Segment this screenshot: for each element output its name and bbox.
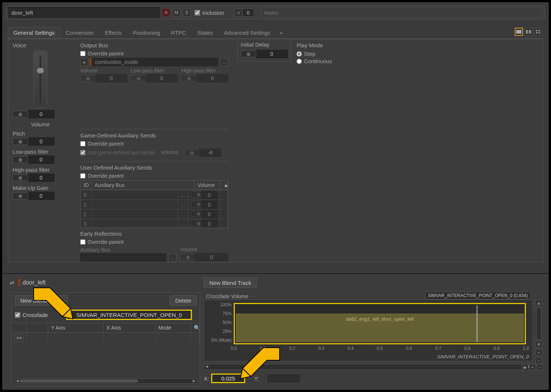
chart-zoom-out-h[interactable]: − [537,364,543,371]
output-bus-name[interactable]: combustion_inside [92,58,218,66]
chart-scroll-up-icon[interactable]: ▲ [535,300,542,306]
chart-xtick: 0.8 [464,346,471,351]
erefl-bus-more[interactable]: … [168,253,176,262]
general-settings-panel: Voice 0 Volume Pitch 0 Low-pass filter 0… [8,39,543,262]
share-count: 0 [242,8,254,17]
bus-picker-button[interactable]: ▸ [80,58,88,66]
play-mode-section: Play Mode Step Continuous [297,42,356,65]
crossfade-chart[interactable]: SIMVAR_INTERACTIVE_POINT_OPEN_0 (0.834) … [204,300,533,361]
lpf-slider[interactable] [13,156,28,163]
initdelay-title: Initial Delay [241,41,288,48]
output-bus-override[interactable]: Override parent [80,51,228,57]
chart-hscrollbar[interactable]: ◀▶ [204,364,533,370]
chart-vscrollbar[interactable] [536,308,541,340]
inclusion-label: Inclusion [202,10,224,16]
gdas-use[interactable]: Use game-defined aux sends [80,150,155,156]
crossfade-rtpc-field[interactable]: SIMVAR_INTERACTIVE_POINT_OPEN_0 [66,310,192,320]
gdas-vol-slider[interactable] [184,149,200,156]
tab-states[interactable]: States [192,27,219,38]
ob-vol-value[interactable]: 0 [95,74,127,82]
chart-plot-area[interactable]: da62_eng1_left_door_open_left [234,303,526,344]
initdelay-slider[interactable] [241,51,256,57]
expand-button[interactable]: >> [14,334,24,342]
gdas-vol-value[interactable]: -8 [199,149,222,157]
pitch-slider[interactable] [13,138,28,145]
voice-volume-value[interactable]: 0 [28,110,54,118]
mute-button[interactable]: M [172,8,180,17]
udas-row[interactable]: 0…0 [81,190,228,200]
playmode-continuous[interactable]: Continuous [297,58,356,64]
asset-name-field[interactable]: door_left [8,7,160,18]
crossfade-checkbox[interactable]: Crossfade [15,312,48,318]
chart-zoom-in-v[interactable]: + [535,349,542,356]
voice-volume-fader[interactable] [33,51,47,108]
tab-effects[interactable]: Effects [99,27,128,38]
early-reflections-section: Early Reflections Override parent Auxili… [80,227,228,262]
voice-volume-slider[interactable] [13,111,28,117]
tab-bar: General Settings Conversion Effects Posi… [8,27,543,39]
blend-hscrollbar[interactable]: ◀▶ [15,378,197,384]
erefl-bus-field[interactable] [80,253,166,262]
udas-title: User-Defined Auxiliary Sends [80,164,228,171]
initdelay-value[interactable]: 0 [256,50,288,58]
pitch-label: Pitch [13,130,68,137]
tab-general-settings[interactable]: General Settings [8,27,60,38]
bus-more-button[interactable]: … [220,58,228,66]
x-value-field[interactable]: 0.025 [211,374,245,383]
hpf-label: High-pass filter [13,167,68,173]
axis-table-row[interactable]: >> [12,333,200,343]
chart-cursor[interactable] [477,305,477,342]
tab-rtpc[interactable]: RTPC [166,27,192,38]
erefl-vol-value[interactable]: 0 [195,253,228,261]
playmode-step[interactable]: Step [297,51,356,57]
voice-section: Voice 0 Volume Pitch 0 Low-pass filter 0… [13,42,68,200]
ob-lpf-value[interactable]: 0 [146,74,178,82]
erefl-override[interactable]: Override parent [80,239,228,245]
lpf-value[interactable]: 0 [28,156,54,164]
bug-icon[interactable]: ✱ [162,8,170,17]
udas-row[interactable]: 2…0 [81,209,228,219]
hpf-value[interactable]: 0 [28,174,54,182]
hpf-slider[interactable] [13,174,28,181]
view-single-button[interactable] [515,28,523,36]
tab-conversion[interactable]: Conversion [60,27,99,38]
inclusion-check-input[interactable] [195,10,200,16]
gdas-override[interactable]: Override parent [80,141,228,147]
ob-hpf-value[interactable]: 0 [196,74,228,82]
chart-xtick: 0.0 [231,346,237,351]
ob-hpf-slider[interactable] [181,75,197,82]
axis-col-x: X Axis [104,323,155,332]
chart-zoom-out-v[interactable]: − [535,357,542,364]
erefl-vol-slider[interactable] [180,254,196,260]
ob-vol-slider[interactable] [80,75,96,82]
inclusion-checkbox[interactable]: Inclusion [195,10,224,16]
udas-row[interactable]: 1…0 [81,200,228,209]
chart-blend-item[interactable]: da62_eng1_left_door_open_left [236,314,524,342]
notes-field[interactable]: Notes [261,7,543,18]
y-value-field[interactable] [267,374,301,383]
share-icon[interactable]: < [234,8,243,17]
search-icon[interactable]: 🔍 [191,323,200,332]
view-grid-button[interactable] [534,28,542,36]
udas-override[interactable]: Override parent [80,173,228,179]
tab-positioning[interactable]: Positioning [127,27,165,38]
solo-button[interactable]: S [183,8,191,17]
view-split-button[interactable] [524,28,533,36]
asset-color-stripe [18,279,20,287]
ob-lpf-slider[interactable] [131,75,146,82]
tab-add[interactable]: + [276,27,287,38]
delete-button[interactable]: Delete [170,295,197,306]
crossfade-rtpc-name: SIMVAR_INTERACTIVE_POINT_OPEN_0 [77,312,182,318]
pitch-value[interactable]: 0 [28,137,54,146]
ob-vol-label: Volume [80,68,127,74]
tab-advanced-settings[interactable]: Advanced Settings [219,27,276,38]
udas-scroll-up-icon[interactable]: ▲ [220,181,228,190]
new-blend-track-button-2[interactable]: New Blend Track [15,295,68,306]
chart-fit-button[interactable]: ▶ [522,364,528,371]
makeup-value[interactable]: 0 [28,192,54,200]
chart-xtick: 0.6 [406,346,412,351]
chart-zoom-in-h[interactable]: + [529,364,536,371]
makeup-slider[interactable] [13,192,28,199]
new-blend-track-button[interactable]: New Blend Track [204,277,257,288]
chart-scroll-down-icon[interactable]: ▼ [535,341,542,348]
